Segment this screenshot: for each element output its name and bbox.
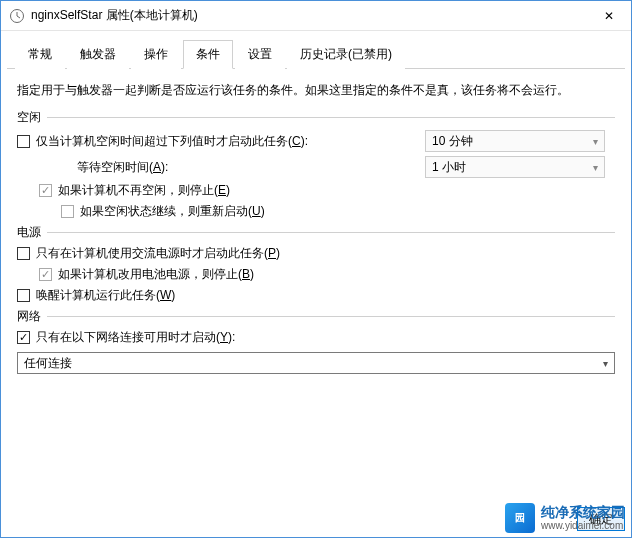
label-stop-not-idle: 如果计算机不再空闲，则停止(E) <box>58 182 230 199</box>
dialog-window: nginxSelfStar 属性(本地计算机) ✕ 常规 触发器 操作 条件 设… <box>0 0 632 538</box>
label-ac-only: 只有在计算机使用交流电源时才启动此任务(P) <box>36 245 280 262</box>
section-idle: 空闲 <box>17 109 615 126</box>
combo-network-value: 任何连接 <box>24 355 72 372</box>
description-text: 指定用于与触发器一起判断是否应运行该任务的条件。如果这里指定的条件不是真，该任务… <box>17 81 615 99</box>
tab-conditions[interactable]: 条件 <box>183 40 233 69</box>
section-network: 网络 <box>17 308 615 325</box>
checkbox-stop-battery <box>39 268 52 281</box>
checkbox-wake[interactable] <box>17 289 30 302</box>
label-wait-idle: 等待空闲时间(A): <box>77 159 168 176</box>
section-power-label: 电源 <box>17 224 41 241</box>
close-icon: ✕ <box>604 9 614 23</box>
ok-button[interactable]: 确定 <box>577 507 625 531</box>
tab-history[interactable]: 历史记录(已禁用) <box>287 40 405 69</box>
tab-content: 指定用于与触发器一起判断是否应运行该任务的条件。如果这里指定的条件不是真，该任务… <box>1 69 631 386</box>
combo-wait-time: 1 小时▾ <box>425 156 605 178</box>
divider <box>47 117 615 118</box>
dialog-footer: 确定 <box>577 507 625 531</box>
chevron-down-icon: ▾ <box>593 136 598 147</box>
label-stop-battery: 如果计算机改用电池电源，则停止(B) <box>58 266 254 283</box>
checkbox-stop-not-idle <box>39 184 52 197</box>
titlebar: nginxSelfStar 属性(本地计算机) ✕ <box>1 1 631 31</box>
divider <box>47 316 615 317</box>
label-network-only: 只有在以下网络连接可用时才启动(Y): <box>36 329 235 346</box>
tab-actions[interactable]: 操作 <box>131 40 181 69</box>
tab-settings[interactable]: 设置 <box>235 40 285 69</box>
combo-idle-time-value: 10 分钟 <box>432 133 473 150</box>
combo-wait-time-value: 1 小时 <box>432 159 466 176</box>
ok-button-label: 确定 <box>589 511 613 528</box>
close-button[interactable]: ✕ <box>586 1 631 30</box>
chevron-down-icon: ▾ <box>603 358 608 369</box>
checkbox-idle-start[interactable] <box>17 135 30 148</box>
chevron-down-icon: ▾ <box>593 162 598 173</box>
section-idle-label: 空闲 <box>17 109 41 126</box>
tab-bar: 常规 触发器 操作 条件 设置 历史记录(已禁用) <box>7 31 625 69</box>
label-idle-start: 仅当计算机空闲时间超过下列值时才启动此任务(C): <box>36 133 308 150</box>
svg-line-2 <box>17 16 20 18</box>
checkbox-ac-only[interactable] <box>17 247 30 260</box>
section-network-label: 网络 <box>17 308 41 325</box>
divider <box>47 232 615 233</box>
tab-general[interactable]: 常规 <box>15 40 65 69</box>
label-restart-idle: 如果空闲状态继续，则重新启动(U) <box>80 203 265 220</box>
combo-network[interactable]: 任何连接▾ <box>17 352 615 374</box>
watermark-logo: 园 <box>505 503 535 533</box>
label-wake: 唤醒计算机运行此任务(W) <box>36 287 175 304</box>
section-power: 电源 <box>17 224 615 241</box>
checkbox-restart-idle <box>61 205 74 218</box>
app-icon <box>9 8 25 24</box>
checkbox-network-only[interactable] <box>17 331 30 344</box>
combo-idle-time: 10 分钟▾ <box>425 130 605 152</box>
tab-triggers[interactable]: 触发器 <box>67 40 129 69</box>
window-title: nginxSelfStar 属性(本地计算机) <box>31 7 586 24</box>
